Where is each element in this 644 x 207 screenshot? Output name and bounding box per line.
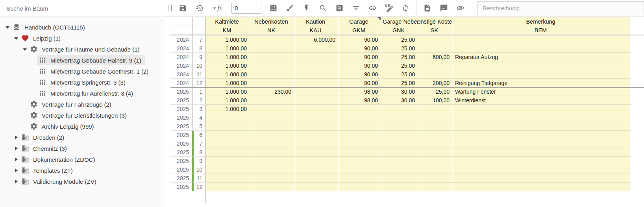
data-cell[interactable] [206, 174, 250, 183]
data-cell[interactable] [418, 131, 453, 139]
row-year-cell[interactable]: 2025 [170, 165, 193, 174]
expand-arrow-icon[interactable] [13, 167, 20, 174]
data-cell[interactable]: 600,00 [418, 53, 453, 61]
data-cell[interactable] [381, 165, 418, 174]
row-year-cell[interactable]: 2024 [170, 79, 193, 87]
data-cell[interactable] [250, 183, 295, 191]
column-code-header[interactable]: GNK [381, 26, 418, 35]
tree-item[interactable]: Mietvertrag Gebäude Hainstr. 9 (1) [0, 55, 164, 66]
search-button[interactable] [318, 3, 328, 13]
data-cell[interactable] [339, 183, 381, 191]
save-button[interactable] [178, 3, 187, 13]
data-cell[interactable] [206, 113, 250, 122]
data-cell[interactable] [250, 61, 295, 70]
data-cell[interactable] [339, 157, 381, 165]
data-cell[interactable]: 25,00 [381, 70, 418, 79]
row-month-cell[interactable]: 11 [193, 70, 206, 79]
expand-arrow-icon[interactable] [13, 134, 20, 141]
data-cell[interactable] [295, 79, 339, 87]
data-cell[interactable] [339, 105, 381, 113]
data-cell[interactable] [295, 174, 339, 183]
data-cell[interactable]: 1.000,00 [206, 35, 250, 44]
data-cell[interactable] [339, 174, 381, 183]
data-cell[interactable] [250, 148, 295, 157]
data-cell[interactable] [250, 70, 295, 79]
data-cell[interactable] [295, 148, 339, 157]
row-year-cell[interactable]: 2025 [170, 174, 193, 183]
attachment-button[interactable] [455, 3, 465, 13]
data-cell[interactable] [381, 113, 418, 122]
data-cell[interactable]: 25,00 [381, 79, 418, 87]
data-cell[interactable]: 98,00 [339, 96, 381, 105]
collapse-arrow-icon[interactable] [4, 24, 11, 31]
data-cell[interactable]: 25,00 [381, 53, 418, 61]
document-button[interactable] [422, 3, 432, 13]
tree-item[interactable]: Chemnitz (3) [0, 143, 164, 154]
data-cell[interactable] [250, 131, 295, 139]
data-cell[interactable] [453, 105, 631, 113]
data-cell[interactable]: 200,00 [418, 79, 453, 87]
data-cell[interactable] [418, 174, 453, 183]
data-cell[interactable]: 230,00 [250, 87, 295, 96]
column-header[interactable]: Sonstige Kosten [418, 17, 453, 26]
data-cell[interactable] [250, 105, 295, 113]
data-cell[interactable]: 6.000,00 [295, 35, 339, 44]
data-cell[interactable] [453, 61, 631, 70]
tree-item[interactable]: Mietvertrag Springerstr. 3 (3) [0, 77, 164, 88]
data-cell[interactable] [418, 70, 453, 79]
tree-search-input[interactable] [0, 5, 164, 12]
data-cell[interactable] [295, 105, 339, 113]
column-header[interactable]: Garage Nebenkosten [381, 17, 418, 26]
tree-item[interactable]: Archiv Leipzig (999) [0, 121, 164, 132]
data-cell[interactable] [381, 122, 418, 131]
tree-item[interactable]: Verträge für Fahrzeuge (2) [0, 99, 164, 110]
row-year-cell[interactable]: 2025 [170, 148, 193, 157]
data-cell[interactable] [453, 157, 631, 165]
data-cell[interactable] [295, 96, 339, 105]
data-cell[interactable]: 1.000,00 [206, 61, 250, 70]
data-cell[interactable] [206, 148, 250, 157]
data-cell[interactable] [250, 79, 295, 87]
data-cell[interactable] [418, 44, 453, 53]
data-cell[interactable] [381, 157, 418, 165]
data-cell[interactable] [418, 157, 453, 165]
tree-item[interactable]: Verträge für Räume und Gebäude (1) [0, 44, 164, 55]
data-cell[interactable] [295, 87, 339, 96]
data-cell[interactable]: Wartung Fenster [453, 87, 631, 96]
data-cell[interactable] [418, 105, 453, 113]
row-month-cell[interactable]: 9 [193, 157, 206, 165]
data-cell[interactable] [295, 165, 339, 174]
data-cell[interactable]: 1.000,00 [206, 53, 250, 61]
data-cell[interactable] [206, 165, 250, 174]
row-year-cell[interactable]: 2024 [170, 44, 193, 53]
data-cell[interactable] [418, 113, 453, 122]
row-month-cell[interactable]: 7 [193, 139, 206, 148]
data-cell[interactable] [418, 122, 453, 131]
data-cell[interactable] [418, 165, 453, 174]
column-code-header[interactable]: GKM [339, 26, 381, 35]
data-cell[interactable] [295, 139, 339, 148]
data-cell[interactable] [250, 113, 295, 122]
data-cell[interactable]: 90,00 [339, 35, 381, 44]
data-cell[interactable] [250, 44, 295, 53]
data-cell[interactable] [250, 139, 295, 148]
drag-handle-icon[interactable] [168, 5, 172, 11]
row-month-cell[interactable]: 8 [193, 44, 206, 53]
data-cell[interactable]: 1.000,00 [206, 87, 250, 96]
data-cell[interactable]: 25,00 [381, 35, 418, 44]
data-cell[interactable] [206, 157, 250, 165]
expand-arrow-icon[interactable] [13, 156, 20, 163]
data-cell[interactable]: 90,00 [339, 79, 381, 87]
row-year-cell[interactable]: 2025 [170, 113, 193, 122]
formula-dropdown[interactable]: fx [211, 3, 224, 13]
data-cell[interactable]: Reinigung Tiefgarage [453, 79, 631, 87]
data-cell[interactable] [453, 122, 631, 131]
data-cell[interactable] [418, 139, 453, 148]
data-cell[interactable] [381, 139, 418, 148]
tree-item[interactable]: Handbuch (OCT51115) [0, 22, 164, 33]
data-cell[interactable] [418, 148, 453, 157]
row-year-cell[interactable]: 2024 [170, 61, 193, 70]
data-cell[interactable]: 98,00 [339, 87, 381, 96]
column-header[interactable]: Bemerkung [453, 17, 631, 26]
tree-item[interactable]: Dresden (2) [0, 132, 164, 143]
